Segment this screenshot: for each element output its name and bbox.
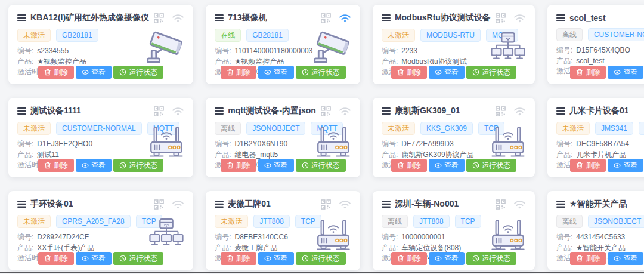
view-button-label: 查看 bbox=[91, 161, 106, 171]
protocol-tag: JSONOBJECT bbox=[246, 122, 305, 135]
device-title: ★智能开关产品 bbox=[569, 199, 627, 210]
eye-icon bbox=[614, 162, 621, 169]
qr-code-icon[interactable] bbox=[496, 13, 506, 23]
clock-icon bbox=[302, 162, 309, 169]
delete-button-label: 删除 bbox=[54, 67, 68, 78]
qr-code-icon[interactable] bbox=[496, 106, 506, 116]
device-title: ModbusRtu协议测试设备 bbox=[395, 13, 491, 23]
status-badge: 未激活 bbox=[215, 215, 248, 228]
delete-button[interactable]: 删除 bbox=[221, 66, 256, 79]
clock-icon bbox=[119, 162, 126, 169]
run-status-button-label: 运行状态 bbox=[311, 254, 340, 264]
qr-code-icon[interactable] bbox=[154, 106, 164, 116]
qr-code-icon[interactable] bbox=[321, 13, 331, 23]
delete-button[interactable]: 删除 bbox=[221, 159, 256, 172]
delete-button-label: 删除 bbox=[586, 254, 600, 264]
run-status-button[interactable]: 运行状态 bbox=[113, 66, 163, 79]
run-status-button[interactable]: 运行状态 bbox=[113, 252, 163, 265]
view-button[interactable]: 查看 bbox=[258, 159, 294, 172]
view-button[interactable]: 查看 bbox=[76, 252, 112, 265]
device-image bbox=[489, 218, 527, 253]
run-status-button[interactable]: 运行状态 bbox=[296, 159, 346, 172]
view-button[interactable]: 查看 bbox=[608, 252, 643, 265]
delete-button[interactable]: 删除 bbox=[38, 252, 74, 265]
delete-button[interactable]: 删除 bbox=[38, 159, 74, 172]
delete-button-label: 删除 bbox=[54, 254, 68, 264]
number-label: 编号: bbox=[17, 139, 33, 150]
delete-button[interactable]: 删除 bbox=[391, 159, 427, 172]
run-status-button[interactable]: 运行状态 bbox=[466, 159, 516, 172]
status-badge: 离线 bbox=[382, 215, 408, 228]
run-status-button[interactable]: 运行状态 bbox=[296, 252, 346, 265]
delete-button[interactable]: 删除 bbox=[570, 66, 606, 79]
list-icon bbox=[382, 107, 391, 115]
list-icon bbox=[17, 107, 26, 115]
qr-code-icon[interactable] bbox=[321, 199, 331, 210]
run-status-button[interactable]: 运行状态 bbox=[466, 66, 516, 79]
eye-icon bbox=[435, 162, 442, 169]
list-icon bbox=[382, 201, 391, 208]
product-label: 产品: bbox=[556, 56, 572, 67]
delete-button-label: 删除 bbox=[586, 161, 600, 171]
clock-icon bbox=[472, 255, 479, 262]
number-label: 编号: bbox=[382, 46, 398, 57]
delete-button[interactable]: 删除 bbox=[570, 252, 606, 265]
number-label: 编号: bbox=[215, 139, 231, 150]
view-button[interactable]: 查看 bbox=[429, 159, 465, 172]
card-header-icons bbox=[316, 199, 351, 210]
wifi-icon bbox=[513, 106, 526, 116]
number-value: D15F645X4QBO bbox=[576, 45, 630, 56]
view-button[interactable]: 查看 bbox=[608, 159, 643, 172]
device-image bbox=[314, 125, 352, 159]
trash-icon bbox=[227, 69, 234, 76]
protocol-tag: GPRS_A20S_FA28 bbox=[56, 215, 131, 228]
delete-button[interactable]: 删除 bbox=[570, 159, 606, 172]
device-card: 康凯斯GK309_01 bbox=[373, 98, 535, 177]
run-status-button[interactable]: 运行状态 bbox=[113, 159, 163, 172]
number-label: 编号: bbox=[215, 46, 231, 57]
trash-icon bbox=[44, 69, 51, 76]
device-title: 深圳-车辆-No001 bbox=[395, 199, 459, 210]
qr-code-icon[interactable] bbox=[496, 199, 506, 210]
view-button[interactable]: 查看 bbox=[429, 252, 465, 265]
view-button[interactable]: 查看 bbox=[76, 66, 112, 79]
wifi-icon bbox=[172, 199, 184, 209]
device-title: 713摄像机 bbox=[228, 13, 267, 23]
run-status-button[interactable]: 运行状态 bbox=[296, 66, 346, 79]
trash-icon bbox=[227, 162, 234, 169]
card-header: KBA12(I)矿用红外热成像摄像仪 bbox=[17, 13, 184, 23]
protocol-tag: TCP bbox=[455, 215, 481, 228]
view-button[interactable]: 查看 bbox=[608, 66, 643, 79]
qr-code-icon[interactable] bbox=[154, 199, 164, 210]
list-icon bbox=[215, 107, 224, 115]
number-label: 编号: bbox=[215, 232, 231, 243]
device-card: 测试设备1111 bbox=[8, 98, 193, 177]
wifi-icon bbox=[339, 13, 351, 23]
view-button[interactable]: 查看 bbox=[76, 159, 112, 172]
view-button[interactable]: 查看 bbox=[258, 66, 294, 79]
view-button-label: 查看 bbox=[623, 67, 637, 78]
run-status-button[interactable]: 运行状态 bbox=[466, 252, 516, 265]
delete-button[interactable]: 删除 bbox=[38, 66, 74, 79]
status-badge: 离线 bbox=[556, 215, 583, 228]
qr-code-icon[interactable] bbox=[321, 106, 331, 116]
delete-button[interactable]: 删除 bbox=[391, 252, 427, 265]
clock-icon bbox=[302, 69, 309, 76]
run-status-button-label: 运行状态 bbox=[482, 254, 510, 264]
card-actions: 删除 查看 运行状态 bbox=[206, 252, 360, 265]
delete-button[interactable]: 删除 bbox=[391, 66, 427, 79]
card-actions: 删除 查看 运行状态 bbox=[8, 159, 193, 172]
device-title: 手环设备01 bbox=[30, 199, 73, 210]
run-status-button-label: 运行状态 bbox=[311, 161, 340, 171]
card-header: 麦微工牌01 bbox=[215, 199, 351, 210]
delete-button[interactable]: 删除 bbox=[221, 252, 256, 265]
run-status-button-label: 运行状态 bbox=[482, 67, 510, 78]
device-image bbox=[309, 29, 352, 66]
device-card: 深圳-车辆-No001 bbox=[373, 191, 535, 270]
device-title: 测试设备1111 bbox=[30, 106, 81, 116]
trash-icon bbox=[44, 255, 51, 262]
card-grid: KBA12(I)矿用红外热成像摄像仪 bbox=[0, 0, 644, 270]
view-button[interactable]: 查看 bbox=[258, 252, 294, 265]
view-button[interactable]: 查看 bbox=[429, 66, 465, 79]
qr-code-icon[interactable] bbox=[154, 13, 164, 23]
